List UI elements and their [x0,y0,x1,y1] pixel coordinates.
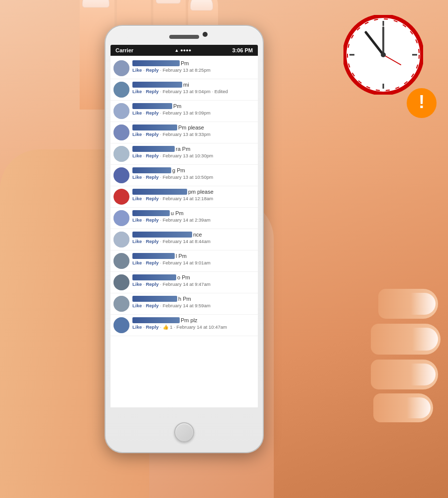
comment-content: g PmLike · Reply · February 13 at 10:50p… [132,167,255,180]
comment-text: Pm plz [181,317,198,323]
fingernail-r4 [407,397,431,418]
name-blurred [132,317,180,323]
reply-link[interactable]: Reply [146,67,159,73]
home-button[interactable] [174,422,194,442]
action-timestamp: February 13 at 10:30pm [163,153,213,158]
comment-actions: Like · Reply · February 14 at 9:59am [132,303,255,308]
phone-screen[interactable]: PmLike · Reply · February 13 at 8:25pm m… [111,56,258,407]
name-blurred [132,82,182,88]
like-link[interactable]: Like [132,196,142,201]
comment-text: u Pm [171,210,184,216]
name-blurred [132,232,192,238]
comment-item: l PmLike · Reply · February 14 at 9:01am [111,250,258,272]
fingernail-3 [156,0,181,3]
comment-text: mi [183,82,189,88]
name-blurred [132,210,170,216]
comment-item: u PmLike · Reply · February 14 at 2:39am [111,208,258,229]
svg-point-8 [381,52,386,57]
like-link[interactable]: Like [132,324,142,330]
reply-link[interactable]: Reply [146,217,159,223]
reply-link[interactable]: Reply [146,239,159,244]
action-timestamp: February 14 at 9:47am [163,281,211,287]
comment-content: PmLike · Reply · February 13 at 9:09pm [132,103,255,116]
like-link[interactable]: Like [132,217,142,223]
like-link[interactable]: Like [132,303,142,308]
comment-item: Pm pleaseLike · Reply · February 13 at 9… [111,122,258,143]
fingernail-r3 [411,364,436,385]
comment-text: l Pm [176,253,187,259]
comment-actions: Like · Reply · February 13 at 10:50pm [132,174,255,180]
warning-badge: ! [406,87,438,120]
action-timestamp: February 14 at 10:47am [177,324,227,330]
like-link[interactable]: Like [132,281,142,287]
wifi-icon: ▲ [174,48,179,53]
like-link[interactable]: Like [132,110,142,116]
comment-actions: Like · Reply · February 13 at 9:33pm [132,131,255,137]
like-link[interactable]: Like [132,131,142,137]
reply-link[interactable]: Reply [146,196,159,201]
reply-link[interactable]: Reply [146,281,159,287]
action-timestamp: 👍 1 [163,324,173,330]
avatar [113,210,129,226]
reply-link[interactable]: Reply [146,260,159,265]
svg-text:!: ! [419,92,425,112]
fingernail-4 [190,0,213,10]
comment-content: pm pleaseLike · Reply · February 14 at 1… [132,189,255,201]
like-link[interactable]: Like [132,153,142,158]
comment-content: Pm plzLike · Reply · 👍 1 · February 14 a… [132,317,255,330]
name-blurred [132,274,176,280]
comment-text: pm please [188,189,214,195]
comment-actions: Like · Reply · February 14 at 8:44am [132,239,255,244]
avatar [113,82,129,98]
avatar [113,189,129,205]
reply-link[interactable]: Reply [146,89,159,94]
comment-actions: Like · Reply · February 14 at 12:18am [132,196,255,201]
comment-item: o PmLike · Reply · February 14 at 9:47am [111,272,258,293]
comment-text: Pm please [178,124,204,130]
comments-list: PmLike · Reply · February 13 at 8:25pm m… [111,56,258,338]
action-timestamp: February 13 at 9:33pm [163,131,211,137]
like-link[interactable]: Like [132,89,142,94]
finger-r1 [378,289,438,319]
action-timestamp: February 13 at 8:25pm [163,67,211,73]
name-blurred [132,167,171,173]
action-timestamp: February 14 at 12:18am [163,196,213,201]
like-link[interactable]: Like [132,67,142,73]
avatar [113,124,129,140]
comment-item: Pm plzLike · Reply · 👍 1 · February 14 a… [111,315,258,336]
reply-link[interactable]: Reply [146,324,159,330]
fingernail-r1 [411,293,436,315]
avatar [113,253,129,269]
action-timestamp: February 14 at 8:44am [163,239,211,244]
status-bar: Carrier ▲ ●●●● 3:06 PM [111,45,258,56]
like-link[interactable]: Like [132,174,142,180]
comment-text: nce [193,232,202,238]
comment-item: nceLike · Reply · February 14 at 8:44am [111,229,258,250]
phone-speaker [169,35,199,39]
reply-link[interactable]: Reply [146,303,159,308]
reply-link[interactable]: Reply [146,131,159,137]
name-blurred [132,253,175,259]
comment-content: o PmLike · Reply · February 14 at 9:47am [132,274,255,287]
like-link[interactable]: Like [132,260,142,265]
comment-actions: Like · Reply · February 14 at 9:01am [132,260,255,265]
comment-text: h Pm [178,296,191,302]
avatar [113,232,129,248]
action-timestamp: February 13 at 9:04pm [163,89,211,94]
reply-link[interactable]: Reply [146,110,159,116]
action-timestamp: February 14 at 2:39am [163,217,211,223]
comment-text: g Pm [172,167,185,173]
comment-content: nceLike · Reply · February 14 at 8:44am [132,232,255,244]
comment-item: ra PmLike · Reply · February 13 at 10:30… [111,143,258,165]
like-link[interactable]: Like [132,239,142,244]
avatar [113,317,129,333]
avatar [113,60,129,76]
comment-content: Pm pleaseLike · Reply · February 13 at 9… [132,124,255,137]
fingernail-r2 [412,328,438,351]
avatar [113,103,129,119]
reply-link[interactable]: Reply [146,153,159,158]
comment-actions: Like · Reply · February 13 at 9:04pm · E… [132,89,255,94]
name-blurred [132,146,175,152]
reply-link[interactable]: Reply [146,174,159,180]
status-icons: ▲ ●●●● [174,48,191,53]
